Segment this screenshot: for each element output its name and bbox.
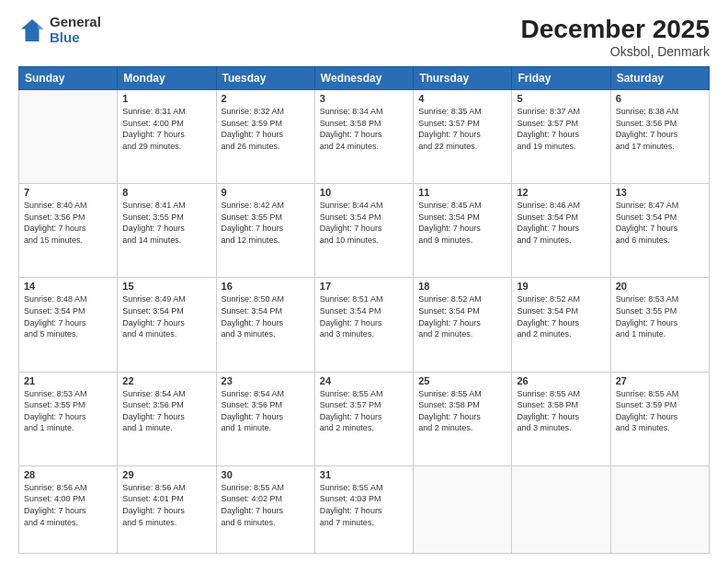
subtitle: Oksbol, Denmark [521, 44, 710, 59]
day-number: 6 [616, 93, 704, 104]
day-info: Sunrise: 8:37 AMSunset: 3:57 PMDaylight:… [517, 106, 605, 152]
day-info: Sunrise: 8:52 AMSunset: 3:54 PMDaylight:… [418, 293, 506, 339]
day-info: Sunrise: 8:31 AMSunset: 4:00 PMDaylight:… [122, 106, 210, 152]
col-saturday: Saturday [610, 67, 709, 90]
table-row: 27Sunrise: 8:55 AMSunset: 3:59 PMDayligh… [610, 372, 709, 465]
day-info: Sunrise: 8:56 AMSunset: 4:01 PMDaylight:… [122, 482, 210, 528]
logo: General Blue [18, 15, 101, 45]
table-row: 12Sunrise: 8:46 AMSunset: 3:54 PMDayligh… [512, 184, 610, 278]
day-number: 21 [24, 375, 112, 386]
table-row: 15Sunrise: 8:49 AMSunset: 3:54 PMDayligh… [118, 278, 216, 372]
table-row: 1Sunrise: 8:31 AMSunset: 4:00 PMDaylight… [118, 90, 216, 184]
day-info: Sunrise: 8:53 AMSunset: 3:55 PMDaylight:… [616, 293, 704, 339]
table-row: 11Sunrise: 8:45 AMSunset: 3:54 PMDayligh… [414, 184, 512, 278]
col-wednesday: Wednesday [314, 67, 413, 90]
day-info: Sunrise: 8:55 AMSunset: 3:57 PMDaylight:… [320, 388, 408, 434]
col-tuesday: Tuesday [216, 67, 314, 90]
day-number: 30 [222, 469, 310, 480]
day-info: Sunrise: 8:48 AMSunset: 3:54 PMDaylight:… [24, 293, 112, 339]
day-number: 8 [122, 187, 210, 198]
day-number: 25 [418, 375, 506, 386]
table-row: 23Sunrise: 8:54 AMSunset: 3:56 PMDayligh… [216, 372, 314, 465]
day-number: 13 [616, 187, 704, 198]
table-row: 5Sunrise: 8:37 AMSunset: 3:57 PMDaylight… [512, 90, 610, 184]
table-row [414, 465, 512, 553]
page: General Blue December 2025 Oksbol, Denma… [0, 0, 728, 563]
day-info: Sunrise: 8:38 AMSunset: 3:56 PMDaylight:… [616, 106, 704, 152]
day-number: 14 [24, 281, 112, 292]
table-row: 19Sunrise: 8:52 AMSunset: 3:54 PMDayligh… [512, 278, 610, 372]
day-number: 23 [222, 375, 310, 386]
day-info: Sunrise: 8:44 AMSunset: 3:54 PMDaylight:… [320, 200, 408, 246]
day-number: 24 [320, 375, 408, 386]
col-friday: Friday [512, 67, 610, 90]
day-info: Sunrise: 8:41 AMSunset: 3:55 PMDaylight:… [122, 200, 210, 246]
table-row: 20Sunrise: 8:53 AMSunset: 3:55 PMDayligh… [610, 278, 709, 372]
table-row: 3Sunrise: 8:34 AMSunset: 3:58 PMDaylight… [314, 90, 413, 184]
day-info: Sunrise: 8:56 AMSunset: 4:00 PMDaylight:… [24, 482, 112, 528]
day-number: 3 [320, 93, 408, 104]
table-row: 8Sunrise: 8:41 AMSunset: 3:55 PMDaylight… [118, 184, 216, 278]
table-row: 16Sunrise: 8:50 AMSunset: 3:54 PMDayligh… [216, 278, 314, 372]
day-info: Sunrise: 8:34 AMSunset: 3:58 PMDaylight:… [320, 106, 408, 152]
table-row: 7Sunrise: 8:40 AMSunset: 3:56 PMDaylight… [19, 184, 118, 278]
table-row: 25Sunrise: 8:55 AMSunset: 3:58 PMDayligh… [414, 372, 512, 465]
logo-icon [18, 17, 46, 44]
table-row: 13Sunrise: 8:47 AMSunset: 3:54 PMDayligh… [610, 184, 709, 278]
table-row: 10Sunrise: 8:44 AMSunset: 3:54 PMDayligh… [314, 184, 413, 278]
col-sunday: Sunday [19, 67, 118, 90]
table-row: 30Sunrise: 8:55 AMSunset: 4:02 PMDayligh… [216, 465, 314, 553]
day-number: 12 [517, 187, 605, 198]
day-info: Sunrise: 8:50 AMSunset: 3:54 PMDaylight:… [222, 293, 310, 339]
day-info: Sunrise: 8:42 AMSunset: 3:55 PMDaylight:… [222, 200, 310, 246]
table-row: 18Sunrise: 8:52 AMSunset: 3:54 PMDayligh… [414, 278, 512, 372]
day-info: Sunrise: 8:40 AMSunset: 3:56 PMDaylight:… [24, 200, 112, 246]
table-row: 21Sunrise: 8:53 AMSunset: 3:55 PMDayligh… [19, 372, 118, 465]
day-number: 1 [122, 93, 210, 104]
day-info: Sunrise: 8:55 AMSunset: 3:59 PMDaylight:… [616, 388, 704, 434]
table-row: 14Sunrise: 8:48 AMSunset: 3:54 PMDayligh… [19, 278, 118, 372]
day-info: Sunrise: 8:55 AMSunset: 4:02 PMDaylight:… [222, 482, 310, 528]
col-monday: Monday [118, 67, 216, 90]
day-number: 16 [222, 281, 310, 292]
table-row [610, 465, 709, 553]
day-info: Sunrise: 8:51 AMSunset: 3:54 PMDaylight:… [320, 293, 408, 339]
day-number: 27 [616, 375, 704, 386]
day-info: Sunrise: 8:54 AMSunset: 3:56 PMDaylight:… [122, 388, 210, 434]
day-info: Sunrise: 8:54 AMSunset: 3:56 PMDaylight:… [222, 388, 310, 434]
table-row: 29Sunrise: 8:56 AMSunset: 4:01 PMDayligh… [118, 465, 216, 553]
day-info: Sunrise: 8:45 AMSunset: 3:54 PMDaylight:… [418, 200, 506, 246]
table-row: 4Sunrise: 8:35 AMSunset: 3:57 PMDaylight… [414, 90, 512, 184]
table-row: 22Sunrise: 8:54 AMSunset: 3:56 PMDayligh… [118, 372, 216, 465]
logo-blue: Blue [50, 30, 101, 46]
day-number: 26 [517, 375, 605, 386]
calendar-header-row: Sunday Monday Tuesday Wednesday Thursday… [19, 67, 710, 90]
col-thursday: Thursday [414, 67, 512, 90]
table-row: 17Sunrise: 8:51 AMSunset: 3:54 PMDayligh… [314, 278, 413, 372]
day-info: Sunrise: 8:52 AMSunset: 3:54 PMDaylight:… [517, 293, 605, 339]
day-info: Sunrise: 8:55 AMSunset: 3:58 PMDaylight:… [418, 388, 506, 434]
table-row: 26Sunrise: 8:55 AMSunset: 3:58 PMDayligh… [512, 372, 610, 465]
day-number: 10 [320, 187, 408, 198]
day-info: Sunrise: 8:55 AMSunset: 3:58 PMDaylight:… [517, 388, 605, 434]
main-title: December 2025 [521, 15, 710, 44]
table-row: 28Sunrise: 8:56 AMSunset: 4:00 PMDayligh… [19, 465, 118, 553]
day-number: 22 [122, 375, 210, 386]
logo-text: General Blue [50, 15, 101, 45]
day-number: 17 [320, 281, 408, 292]
day-number: 15 [122, 281, 210, 292]
day-info: Sunrise: 8:53 AMSunset: 3:55 PMDaylight:… [24, 388, 112, 434]
calendar-table: Sunday Monday Tuesday Wednesday Thursday… [18, 66, 710, 554]
day-number: 5 [517, 93, 605, 104]
day-info: Sunrise: 8:32 AMSunset: 3:59 PMDaylight:… [222, 106, 310, 152]
day-number: 11 [418, 187, 506, 198]
table-row: 6Sunrise: 8:38 AMSunset: 3:56 PMDaylight… [610, 90, 709, 184]
day-number: 18 [418, 281, 506, 292]
day-number: 7 [24, 187, 112, 198]
table-row: 2Sunrise: 8:32 AMSunset: 3:59 PMDaylight… [216, 90, 314, 184]
table-row: 9Sunrise: 8:42 AMSunset: 3:55 PMDaylight… [216, 184, 314, 278]
title-block: December 2025 Oksbol, Denmark [521, 15, 710, 59]
day-number: 9 [222, 187, 310, 198]
day-number: 4 [418, 93, 506, 104]
table-row: 31Sunrise: 8:55 AMSunset: 4:03 PMDayligh… [314, 465, 413, 553]
